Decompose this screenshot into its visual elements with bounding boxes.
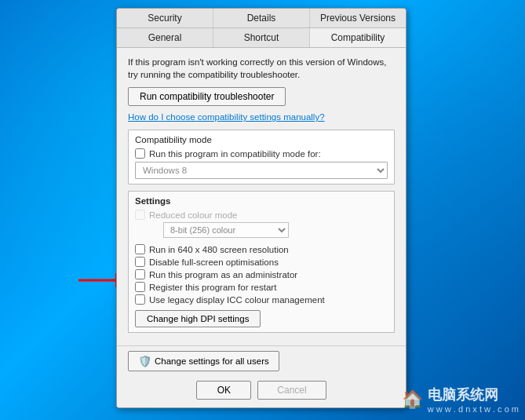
tab-shortcut[interactable]: Shortcut — [213, 28, 310, 47]
restart-label: Register this program for restart — [149, 283, 276, 292]
intro-text: If this program isn't working correctly … — [128, 56, 395, 81]
icc-checkbox[interactable] — [135, 294, 145, 305]
fullscreen-row: Disable full-screen optimisations — [135, 257, 388, 267]
resolution-label: Run in 640 x 480 screen resolution — [149, 245, 289, 254]
ok-button[interactable]: OK — [196, 381, 251, 400]
run-troubleshooter-button[interactable]: Run compatibility troubleshooter — [128, 87, 286, 106]
tab-security[interactable]: Security — [117, 9, 213, 27]
change-dpi-button[interactable]: Change high DPI settings — [135, 310, 261, 327]
reduced-colour-checkbox[interactable] — [135, 210, 145, 220]
compatibility-mode-checkbox[interactable] — [135, 148, 145, 159]
admin-label: Run this program as an administrator — [149, 270, 297, 279]
settings-label: Settings — [135, 196, 388, 206]
tab-general[interactable]: General — [117, 28, 213, 47]
cancel-button[interactable]: Cancel — [257, 381, 326, 400]
change-settings-button[interactable]: 🛡️ Change settings for all users — [128, 351, 279, 371]
watermark-house-icon: 🏠 — [402, 389, 423, 410]
compatibility-mode-section: Compatibility mode Run this program in c… — [128, 130, 395, 184]
tab-row-1: Security Details Previous Versions — [117, 9, 406, 28]
colour-depth-dropdown[interactable]: 8-bit (256) colour — [163, 222, 289, 238]
compatibility-mode-checkbox-label: Run this program in compatibility mode f… — [149, 149, 321, 159]
tab-row-2: General Shortcut Compatibility — [117, 28, 406, 48]
compatibility-mode-checkbox-row: Run this program in compatibility mode f… — [135, 148, 388, 159]
compatibility-mode-dropdown-row: Windows 8 Windows 7 Windows Vista (SP2) … — [135, 162, 388, 179]
fullscreen-checkbox[interactable] — [135, 257, 145, 267]
ok-cancel-bar: OK Cancel — [117, 376, 406, 407]
bottom-bar: 🛡️ Change settings for all users — [117, 345, 406, 376]
properties-dialog: Security Details Previous Versions Gener… — [116, 8, 407, 408]
compatibility-content: If this program isn't working correctly … — [117, 48, 406, 345]
shield-icon: 🛡️ — [138, 355, 151, 367]
watermark-url: w w w . d n x t w . c o m — [428, 404, 519, 414]
resolution-checkbox[interactable] — [135, 244, 145, 254]
fullscreen-label: Disable full-screen optimisations — [149, 257, 279, 267]
reduced-colour-label: Reduced colour mode — [149, 210, 238, 220]
admin-row: Run this program as an administrator — [135, 269, 388, 279]
watermark-chinese-text: 电脑系统网 — [428, 385, 519, 404]
help-link[interactable]: How do I choose compatibility settings m… — [128, 112, 395, 122]
restart-checkbox[interactable] — [135, 282, 145, 292]
compatibility-mode-label: Compatibility mode — [135, 135, 388, 144]
settings-section: Settings Reduced colour mode 8-bit (256)… — [128, 191, 395, 333]
admin-checkbox[interactable] — [135, 269, 145, 279]
icc-label: Use legacy display ICC colour management — [149, 295, 325, 305]
icc-row: Use legacy display ICC colour management — [135, 294, 388, 305]
resolution-row: Run in 640 x 480 screen resolution — [135, 244, 388, 254]
watermark: 🏠 电脑系统网 w w w . d n x t w . c o m — [402, 385, 519, 414]
restart-row: Register this program for restart — [135, 282, 388, 292]
reduced-colour-row: Reduced colour mode — [135, 210, 388, 220]
compatibility-mode-dropdown[interactable]: Windows 8 Windows 7 Windows Vista (SP2) … — [135, 162, 388, 179]
tab-previous-versions[interactable]: Previous Versions — [310, 9, 406, 27]
tab-details[interactable]: Details — [213, 9, 310, 27]
change-settings-label: Change settings for all users — [155, 356, 269, 366]
tab-compatibility[interactable]: Compatibility — [310, 28, 406, 47]
